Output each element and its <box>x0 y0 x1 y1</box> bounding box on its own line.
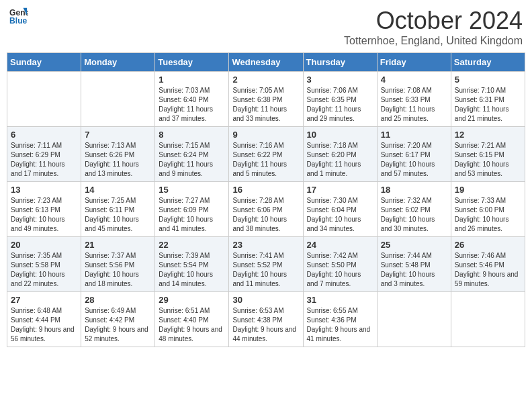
calendar-cell: 28Sunrise: 6:49 AM Sunset: 4:42 PM Dayli… <box>81 292 155 347</box>
svg-text:Blue: Blue <box>9 16 28 26</box>
day-of-week-header: Sunday <box>7 53 81 72</box>
day-number: 13 <box>11 185 77 195</box>
day-number: 26 <box>455 240 521 250</box>
calendar-cell: 25Sunrise: 7:44 AM Sunset: 5:48 PM Dayli… <box>377 237 451 292</box>
calendar-cell: 18Sunrise: 7:32 AM Sunset: 6:02 PM Dayli… <box>377 182 451 237</box>
day-number: 1 <box>159 75 225 85</box>
month-title: October 2024 <box>344 7 523 35</box>
day-number: 4 <box>381 75 447 85</box>
calendar-cell: 11Sunrise: 7:20 AM Sunset: 6:17 PM Dayli… <box>377 127 451 182</box>
calendar-cell: 21Sunrise: 7:37 AM Sunset: 5:56 PM Dayli… <box>81 237 155 292</box>
day-number: 6 <box>11 130 77 140</box>
day-number: 7 <box>85 130 151 140</box>
day-number: 15 <box>159 185 225 195</box>
day-info: Sunrise: 6:55 AM Sunset: 4:36 PM Dayligh… <box>307 306 373 344</box>
day-of-week-header: Tuesday <box>155 53 229 72</box>
day-of-week-header: Friday <box>377 53 451 72</box>
calendar-cell: 5Sunrise: 7:10 AM Sunset: 6:31 PM Daylig… <box>451 72 525 127</box>
day-info: Sunrise: 7:10 AM Sunset: 6:31 PM Dayligh… <box>455 86 521 124</box>
calendar-cell <box>451 292 525 347</box>
day-info: Sunrise: 7:25 AM Sunset: 6:11 PM Dayligh… <box>85 196 151 234</box>
day-number: 10 <box>307 130 373 140</box>
day-of-week-header: Wednesday <box>229 53 303 72</box>
day-number: 18 <box>381 185 447 195</box>
calendar-week-row: 6Sunrise: 7:11 AM Sunset: 6:29 PM Daylig… <box>7 127 525 182</box>
calendar-table: SundayMondayTuesdayWednesdayThursdayFrid… <box>7 52 525 347</box>
title-block: October 2024 Totternhoe, England, United… <box>344 7 523 47</box>
calendar-cell: 23Sunrise: 7:41 AM Sunset: 5:52 PM Dayli… <box>229 237 303 292</box>
calendar-cell: 19Sunrise: 7:33 AM Sunset: 6:00 PM Dayli… <box>451 182 525 237</box>
day-info: Sunrise: 7:46 AM Sunset: 5:46 PM Dayligh… <box>455 251 521 289</box>
calendar-cell: 3Sunrise: 7:06 AM Sunset: 6:35 PM Daylig… <box>303 72 377 127</box>
calendar-cell: 24Sunrise: 7:42 AM Sunset: 5:50 PM Dayli… <box>303 237 377 292</box>
day-info: Sunrise: 7:41 AM Sunset: 5:52 PM Dayligh… <box>232 251 299 289</box>
calendar-cell: 31Sunrise: 6:55 AM Sunset: 4:36 PM Dayli… <box>303 292 377 347</box>
calendar-cell: 2Sunrise: 7:05 AM Sunset: 6:38 PM Daylig… <box>229 72 303 127</box>
day-number: 27 <box>11 295 77 305</box>
day-number: 28 <box>85 295 151 305</box>
calendar-cell: 26Sunrise: 7:46 AM Sunset: 5:46 PM Dayli… <box>451 237 525 292</box>
day-number: 25 <box>381 240 447 250</box>
day-number: 14 <box>85 185 151 195</box>
day-number: 21 <box>85 240 151 250</box>
day-info: Sunrise: 6:49 AM Sunset: 4:42 PM Dayligh… <box>85 306 151 344</box>
day-info: Sunrise: 7:30 AM Sunset: 6:04 PM Dayligh… <box>307 196 373 234</box>
day-info: Sunrise: 7:32 AM Sunset: 6:02 PM Dayligh… <box>381 196 447 234</box>
day-info: Sunrise: 7:18 AM Sunset: 6:20 PM Dayligh… <box>307 141 373 179</box>
day-info: Sunrise: 7:20 AM Sunset: 6:17 PM Dayligh… <box>381 141 447 179</box>
calendar-body: 1Sunrise: 7:03 AM Sunset: 6:40 PM Daylig… <box>7 72 525 347</box>
day-of-week-header: Thursday <box>303 53 377 72</box>
calendar-cell: 17Sunrise: 7:30 AM Sunset: 6:04 PM Dayli… <box>303 182 377 237</box>
day-number: 11 <box>381 130 447 140</box>
day-number: 2 <box>232 75 299 85</box>
day-info: Sunrise: 7:42 AM Sunset: 5:50 PM Dayligh… <box>307 251 373 289</box>
calendar-cell: 7Sunrise: 7:13 AM Sunset: 6:26 PM Daylig… <box>81 127 155 182</box>
day-info: Sunrise: 6:51 AM Sunset: 4:40 PM Dayligh… <box>159 306 225 344</box>
calendar-cell: 6Sunrise: 7:11 AM Sunset: 6:29 PM Daylig… <box>7 127 81 182</box>
day-number: 29 <box>159 295 225 305</box>
calendar-cell: 15Sunrise: 7:27 AM Sunset: 6:09 PM Dayli… <box>155 182 229 237</box>
calendar-week-row: 20Sunrise: 7:35 AM Sunset: 5:58 PM Dayli… <box>7 237 525 292</box>
day-info: Sunrise: 7:16 AM Sunset: 6:22 PM Dayligh… <box>232 141 299 179</box>
day-info: Sunrise: 7:27 AM Sunset: 6:09 PM Dayligh… <box>159 196 225 234</box>
location-title: Totternhoe, England, United Kingdom <box>344 35 523 47</box>
day-info: Sunrise: 7:15 AM Sunset: 6:24 PM Dayligh… <box>159 141 225 179</box>
calendar-cell: 27Sunrise: 6:48 AM Sunset: 4:44 PM Dayli… <box>7 292 81 347</box>
day-info: Sunrise: 7:13 AM Sunset: 6:26 PM Dayligh… <box>85 141 151 179</box>
calendar-cell: 4Sunrise: 7:08 AM Sunset: 6:33 PM Daylig… <box>377 72 451 127</box>
calendar-cell <box>81 72 155 127</box>
calendar-header-row: SundayMondayTuesdayWednesdayThursdayFrid… <box>7 53 525 72</box>
day-info: Sunrise: 7:21 AM Sunset: 6:15 PM Dayligh… <box>455 141 521 179</box>
day-info: Sunrise: 6:48 AM Sunset: 4:44 PM Dayligh… <box>11 306 77 344</box>
day-of-week-header: Monday <box>81 53 155 72</box>
day-number: 19 <box>455 185 521 195</box>
calendar-week-row: 1Sunrise: 7:03 AM Sunset: 6:40 PM Daylig… <box>7 72 525 127</box>
day-number: 31 <box>307 295 373 305</box>
day-of-week-header: Saturday <box>451 53 525 72</box>
day-number: 12 <box>455 130 521 140</box>
day-info: Sunrise: 6:53 AM Sunset: 4:38 PM Dayligh… <box>232 306 299 344</box>
day-info: Sunrise: 7:35 AM Sunset: 5:58 PM Dayligh… <box>11 251 77 289</box>
day-number: 22 <box>159 240 225 250</box>
calendar-cell: 29Sunrise: 6:51 AM Sunset: 4:40 PM Dayli… <box>155 292 229 347</box>
logo-icon: General Blue <box>9 7 28 26</box>
day-info: Sunrise: 7:06 AM Sunset: 6:35 PM Dayligh… <box>307 86 373 124</box>
day-number: 20 <box>11 240 77 250</box>
logo: General Blue <box>9 7 28 26</box>
calendar-week-row: 13Sunrise: 7:23 AM Sunset: 6:13 PM Dayli… <box>7 182 525 237</box>
day-info: Sunrise: 7:33 AM Sunset: 6:00 PM Dayligh… <box>455 196 521 234</box>
calendar-cell <box>7 72 81 127</box>
day-number: 24 <box>307 240 373 250</box>
calendar-cell: 14Sunrise: 7:25 AM Sunset: 6:11 PM Dayli… <box>81 182 155 237</box>
day-info: Sunrise: 7:03 AM Sunset: 6:40 PM Dayligh… <box>159 86 225 124</box>
day-info: Sunrise: 7:08 AM Sunset: 6:33 PM Dayligh… <box>381 86 447 124</box>
day-info: Sunrise: 7:05 AM Sunset: 6:38 PM Dayligh… <box>232 86 299 124</box>
calendar-cell: 8Sunrise: 7:15 AM Sunset: 6:24 PM Daylig… <box>155 127 229 182</box>
calendar-cell: 1Sunrise: 7:03 AM Sunset: 6:40 PM Daylig… <box>155 72 229 127</box>
day-info: Sunrise: 7:39 AM Sunset: 5:54 PM Dayligh… <box>159 251 225 289</box>
day-info: Sunrise: 7:23 AM Sunset: 6:13 PM Dayligh… <box>11 196 77 234</box>
day-number: 5 <box>455 75 521 85</box>
day-info: Sunrise: 7:28 AM Sunset: 6:06 PM Dayligh… <box>232 196 299 234</box>
calendar-cell: 16Sunrise: 7:28 AM Sunset: 6:06 PM Dayli… <box>229 182 303 237</box>
day-info: Sunrise: 7:11 AM Sunset: 6:29 PM Dayligh… <box>11 141 77 179</box>
